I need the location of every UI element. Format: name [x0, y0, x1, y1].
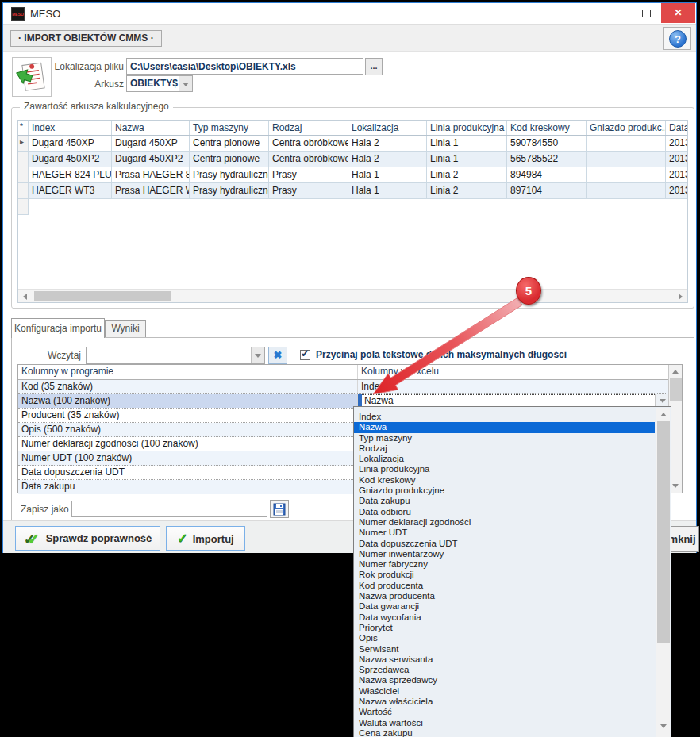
tab-wyniki[interactable]: Wyniki — [105, 320, 146, 338]
dropdown-item[interactable]: Właściciel — [354, 686, 655, 697]
table-row[interactable]: HAEGER 824 PLUS Prasa HAEGER 824 PLUS Pr… — [18, 167, 687, 183]
grid-cell[interactable] — [587, 152, 666, 167]
program-column-cell[interactable]: Numer deklaracji zgodności (100 znaków) — [18, 437, 358, 451]
grid-cell[interactable]: Dugard 450XP — [29, 136, 112, 152]
dropdown-item[interactable]: Wartość — [354, 707, 655, 717]
grid-cell[interactable]: HAEGER WT3 — [29, 183, 112, 199]
dropdown-item[interactable]: Waluta wartości — [354, 718, 655, 728]
dropdown-item[interactable]: Lokalizacja — [354, 454, 655, 464]
dropdown-item[interactable]: Data odbioru — [354, 507, 655, 517]
grid-cell[interactable]: Linia 2 — [427, 167, 507, 183]
grid-cell[interactable]: Prasa HAEGER 824 PLUS — [112, 167, 190, 183]
grid-cell[interactable]: Dugard 450XP2 — [112, 152, 190, 167]
dropdown-item[interactable]: Kod producenta — [354, 581, 655, 591]
dropdown-item[interactable]: Gniazdo produkcyjne — [354, 486, 655, 496]
table-row[interactable]: ▸ Dugard 450XP Dugard 450XP Centra piono… — [18, 136, 687, 152]
scroll-up-icon[interactable] — [670, 367, 681, 378]
scrollbar-thumb[interactable] — [657, 421, 670, 643]
browse-button[interactable]: ... — [365, 58, 383, 75]
grid-cell[interactable]: Hala 2 — [348, 152, 427, 167]
grid-cell[interactable] — [587, 183, 666, 199]
chevron-down-icon[interactable] — [655, 394, 669, 407]
grid-cell[interactable]: Centra obróbkowe — [269, 136, 348, 152]
dropdown-item[interactable]: Numer fabryczny — [354, 559, 655, 570]
table-row[interactable]: HAEGER WT3 Prasa HAEGER WT3 Prasy hydrau… — [18, 183, 687, 199]
dropdown-item[interactable]: Opis — [354, 633, 655, 643]
dropdown-item[interactable]: Numer UDT — [354, 528, 655, 538]
program-column-cell[interactable]: Kod (35 znaków) — [18, 380, 358, 393]
grid-column-header[interactable]: Lokalizacja — [348, 121, 427, 135]
dropdown-item[interactable]: Nazwa sprzedawcy — [354, 675, 655, 685]
program-column-cell[interactable]: Opis (500 znaków) — [18, 423, 358, 436]
grid-cell[interactable]: Hala 2 — [348, 136, 427, 152]
dropdown-item[interactable]: Kod kreskowy — [354, 475, 655, 486]
clear-preset-button[interactable]: ✖ — [268, 347, 287, 364]
save-button[interactable] — [270, 500, 289, 518]
load-preset-combobox[interactable] — [86, 347, 265, 364]
grid-cell[interactable]: 2013 — [666, 167, 687, 183]
dropdown-item[interactable]: Nazwa właściciela — [354, 697, 655, 707]
dropdown-item[interactable]: Priorytet — [354, 623, 655, 633]
save-as-input[interactable] — [71, 501, 267, 517]
excel-column-cell[interactable]: Index — [358, 380, 669, 393]
grid-cell[interactable]: Prasy hydrauliczne — [190, 183, 269, 199]
table-row[interactable]: Dugard 450XP2 Dugard 450XP2 Centra piono… — [18, 152, 687, 167]
excel-column-dropdown[interactable]: IndexNazwaTyp maszynyRodzajLokalizacjaLi… — [353, 406, 671, 737]
dropdown-scrollbar[interactable] — [656, 408, 670, 737]
grid-cell[interactable]: HAEGER 824 PLUS — [29, 167, 112, 183]
help-button[interactable]: ? — [663, 27, 691, 50]
dropdown-item[interactable]: Data dopuszczenia UDT — [354, 539, 655, 549]
dropdown-item[interactable]: Data zakupu — [354, 496, 655, 506]
scroll-up-icon[interactable] — [658, 409, 669, 420]
grid-column-header[interactable]: Typ maszyny — [190, 121, 269, 135]
grid-cell[interactable]: Linia 2 — [427, 183, 507, 199]
tab-konfiguracja-importu[interactable]: Konfiguracja importu — [11, 318, 105, 338]
grid-cell[interactable]: Prasy — [269, 167, 348, 183]
scrollbar-thumb[interactable] — [34, 291, 171, 301]
dropdown-item[interactable]: Cena zakupu — [354, 728, 655, 737]
scroll-right-icon[interactable] — [675, 290, 686, 301]
grid-cell[interactable] — [587, 136, 666, 152]
dropdown-item[interactable]: Nazwa producenta — [354, 591, 655, 601]
sheet-combobox[interactable]: OBIEKTY$ — [126, 75, 193, 92]
file-path-input[interactable]: C:\Users\casia\Desktop\OBIEKTY.xls — [126, 58, 363, 75]
grid-column-header[interactable]: Kod kreskowy — [507, 121, 587, 135]
title-bar[interactable]: MESO MESO ✕ — [3, 3, 696, 24]
grid-horizontal-scrollbar[interactable] — [18, 289, 687, 302]
program-column-cell[interactable]: Producent (35 znaków) — [18, 409, 358, 422]
grid-cell[interactable]: 2013 — [666, 152, 687, 167]
grid-cell[interactable]: 2013 — [666, 183, 687, 199]
grid-column-header[interactable]: Data — [666, 121, 687, 135]
grid-cell[interactable]: Prasa HAEGER WT3 — [112, 183, 190, 199]
grid-cell[interactable]: 2013 — [666, 136, 687, 152]
dropdown-item[interactable]: Index — [354, 412, 655, 422]
grid-cell[interactable]: Linia 1 — [427, 136, 507, 152]
grid-cell[interactable]: Hala 1 — [348, 183, 427, 199]
grid-cell[interactable]: Dugard 450XP — [112, 136, 190, 152]
program-column-cell[interactable]: Numer UDT (100 znaków) — [18, 451, 358, 465]
grid-cell[interactable]: Prasy hydrauliczne — [190, 167, 269, 183]
grid-cell[interactable]: Centra obróbkowe — [269, 152, 348, 167]
close-button[interactable]: ✕ — [661, 3, 695, 23]
grid-cell[interactable]: Centra pionowe — [190, 136, 269, 152]
dropdown-item[interactable]: Linia produkcyjna — [354, 464, 655, 474]
dropdown-item[interactable]: Numer deklaracji zgodności — [354, 517, 655, 528]
chevron-down-icon[interactable] — [179, 76, 192, 91]
dropdown-item[interactable]: Rok produkcji — [354, 570, 655, 580]
dropdown-item[interactable]: Data gwarancji — [354, 601, 655, 612]
dropdown-item[interactable]: Nazwa — [354, 422, 655, 432]
dropdown-item[interactable]: Rodzaj — [354, 443, 655, 454]
grid-column-header[interactable]: Index — [29, 121, 112, 135]
grid-cell[interactable]: Linia 1 — [427, 152, 507, 167]
mapping-row[interactable]: Kod (35 znaków) Index — [18, 380, 669, 394]
scroll-down-icon[interactable] — [658, 720, 669, 731]
grid-column-header[interactable]: Rodzaj — [269, 121, 348, 135]
import-button[interactable]: ✓Importuj — [166, 526, 245, 551]
grid-cell[interactable]: Prasy — [269, 183, 348, 199]
dropdown-item[interactable]: Numer inwentarzowy — [354, 549, 655, 559]
grid-new-row[interactable] — [18, 199, 687, 215]
grid-cell[interactable] — [587, 167, 666, 183]
dropdown-item[interactable]: Sprzedawca — [354, 665, 655, 675]
maximize-button[interactable] — [642, 10, 651, 17]
grid-cell[interactable]: Dugard 450XP2 — [29, 152, 112, 167]
